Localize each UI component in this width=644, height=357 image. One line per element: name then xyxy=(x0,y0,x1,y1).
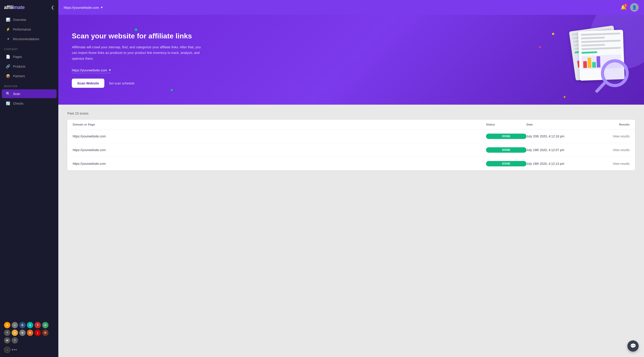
scan-date: July 20th 2020, 4:12:18 pm xyxy=(526,135,589,138)
partner-icon-2[interactable]: c xyxy=(12,322,18,328)
table-row: https://yourwebsite.com DONE July 18th 2… xyxy=(67,157,635,170)
partner-icon-circle[interactable]: ○ xyxy=(4,347,10,353)
chat-bubble-button[interactable]: 💬 xyxy=(628,340,638,351)
scan-domain: https://yourwebsite.com xyxy=(73,162,486,165)
url-selector-text: https://yourwebsite.com xyxy=(72,68,107,72)
partners-icon: 📦 xyxy=(6,74,10,78)
partner-icon-8[interactable]: S xyxy=(12,330,18,336)
monitor-section-label: MONITOR xyxy=(0,81,58,89)
sidebar-footer: A c B S T G ? S R R j R W ? ○ ••• xyxy=(0,317,58,357)
sidebar-item-partners[interactable]: 📦 Partners xyxy=(2,72,56,80)
table-row: https://yourwebsite.com DONE July 19th 2… xyxy=(67,143,635,157)
products-icon: 🔗 xyxy=(6,64,10,69)
table-header: Domain or Page Status Date Results xyxy=(67,120,635,130)
partner-icon-10[interactable]: R xyxy=(27,330,33,336)
col-header-results: Results xyxy=(589,123,630,126)
doc-line xyxy=(581,33,620,36)
doc-line xyxy=(582,47,621,50)
scan-date: July 18th 2020, 4:12:13 pm xyxy=(526,162,589,165)
doc-line xyxy=(582,52,597,54)
svg-point-0 xyxy=(602,61,627,86)
dot-decoration xyxy=(135,28,137,31)
scans-table: Domain or Page Status Date Results https… xyxy=(67,120,635,170)
chat-icon: 💬 xyxy=(630,343,636,349)
url-selector-chevron: ▾ xyxy=(109,68,111,72)
partner-icon-amazon[interactable]: A xyxy=(4,322,10,328)
hero-title: Scan your website for affiliate links xyxy=(72,32,202,40)
sidebar-item-label: Recommendations xyxy=(13,37,39,41)
scan-date: July 19th 2020, 4:12:07 pm xyxy=(526,148,589,152)
avatar[interactable]: 👤 xyxy=(630,3,638,12)
checks-icon: 🔄 xyxy=(6,101,10,106)
content-section-label: CONTENT xyxy=(0,44,58,52)
sidebar-item-label: Pages xyxy=(13,55,22,59)
hero-content: Scan your website for affiliate links Af… xyxy=(72,32,202,88)
sidebar-item-label: Performance xyxy=(13,28,31,31)
hero-section: Scan your website for affiliate links Af… xyxy=(58,15,644,105)
scans-section: Past 15 scans Domain or Page Status Date… xyxy=(58,105,644,357)
col-header-status: Status xyxy=(486,123,526,126)
logo: affilimate xyxy=(4,5,25,10)
hero-description: Affilimate will crawl your sitemap, find… xyxy=(72,44,202,62)
partner-icon-14[interactable]: ? xyxy=(12,337,18,343)
collapse-sidebar-button[interactable]: ❮ xyxy=(51,5,54,10)
scans-section-title: Past 15 scans xyxy=(67,111,635,115)
topbar-right: 🔔 1 👤 xyxy=(620,3,638,12)
sidebar-item-recommendations[interactable]: ✦ Recommendations xyxy=(2,35,56,43)
partner-icons-row1: A c B S T G ? S R R j R W ? xyxy=(2,320,56,345)
hero-actions: Scan Website Set scan schedule xyxy=(72,79,202,88)
doc-line xyxy=(581,37,605,39)
partner-icon-6[interactable]: G xyxy=(42,322,48,328)
view-results-link[interactable]: View results xyxy=(589,135,630,138)
scan-domain: https://yourwebsite.com xyxy=(73,148,486,152)
sidebar-item-overview[interactable]: 📊 Overview xyxy=(2,15,56,24)
partner-icon-11[interactable]: j xyxy=(34,330,41,336)
url-selector[interactable]: https://yourwebsite.com ▾ xyxy=(72,68,111,73)
sidebar-item-products[interactable]: 🔗 Products xyxy=(2,62,56,71)
sidebar-item-scan[interactable]: 🔍 Scan xyxy=(2,89,56,98)
more-button[interactable]: ••• xyxy=(12,347,17,352)
sidebar-item-label: Checks xyxy=(13,102,24,105)
sidebar-item-checks[interactable]: 🔄 Checks xyxy=(2,99,56,108)
dot-decoration xyxy=(539,46,541,48)
set-scan-schedule-link[interactable]: Set scan schedule xyxy=(109,82,134,85)
status-badge: DONE xyxy=(486,161,526,166)
topbar: https://yourwebsite.com ▾ 🔔 1 👤 xyxy=(58,0,644,15)
more-icons-row: ○ ••• xyxy=(2,345,56,354)
domain-chevron-icon: ▾ xyxy=(101,6,103,10)
performance-icon: ⚡ xyxy=(6,27,10,32)
status-badge: DONE xyxy=(486,147,526,153)
partner-icon-9[interactable]: R xyxy=(19,330,26,336)
svg-line-1 xyxy=(597,83,604,91)
partner-icon-12[interactable]: R xyxy=(42,330,48,336)
status-badge: DONE xyxy=(486,134,526,139)
partner-icon-5[interactable]: T xyxy=(34,322,41,328)
partner-icon-3[interactable]: B xyxy=(19,322,26,328)
sidebar-item-label: Partners xyxy=(13,74,25,78)
domain-selector[interactable]: https://yourwebsite.com ▾ xyxy=(64,6,103,10)
partner-icon-7[interactable]: ? xyxy=(4,330,10,336)
doc-line xyxy=(581,44,605,47)
pages-icon: 📄 xyxy=(6,55,10,59)
hero-illustration xyxy=(550,26,630,93)
table-row: https://yourwebsite.com DONE July 20th 2… xyxy=(67,130,635,143)
sidebar: affilimate ❮ 📊 Overview ⚡ Performance ✦ … xyxy=(0,0,58,357)
doc-line xyxy=(581,40,621,43)
sidebar-item-performance[interactable]: ⚡ Performance xyxy=(2,25,56,34)
partner-icon-13[interactable]: W xyxy=(4,337,10,343)
scan-website-button[interactable]: Scan Website xyxy=(72,79,104,88)
view-results-link[interactable]: View results xyxy=(589,162,630,165)
col-header-domain: Domain or Page xyxy=(73,123,486,126)
sidebar-item-pages[interactable]: 📄 Pages xyxy=(2,52,56,61)
sidebar-item-label: Scan xyxy=(13,92,20,96)
partner-icon-4[interactable]: S xyxy=(27,322,33,328)
view-results-link[interactable]: View results xyxy=(589,148,630,152)
notification-button[interactable]: 🔔 1 xyxy=(620,5,626,10)
scan-domain: https://yourwebsite.com xyxy=(73,135,486,138)
sidebar-item-label: Overview xyxy=(13,18,26,22)
notification-badge: 1 xyxy=(624,4,628,7)
sidebar-header: affilimate ❮ xyxy=(0,0,58,15)
recommendations-icon: ✦ xyxy=(6,37,10,41)
magnifier-icon xyxy=(595,58,630,93)
main-content: https://yourwebsite.com ▾ 🔔 1 👤 Scan you… xyxy=(58,0,644,357)
